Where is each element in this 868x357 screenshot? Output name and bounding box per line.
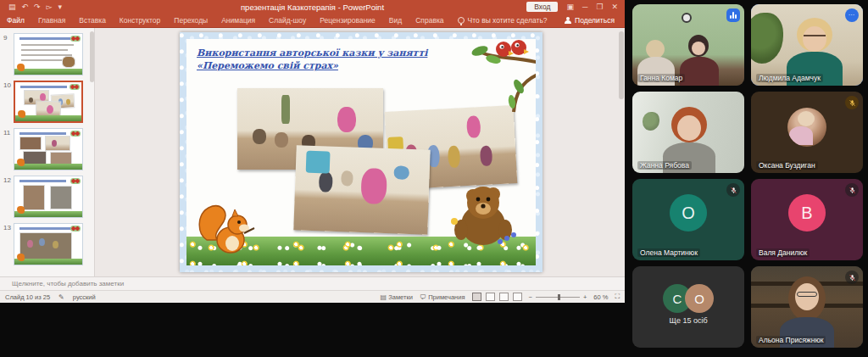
participant-tile-oksana-buzdyhan[interactable]: Оксана Буздиган [751,92,863,173]
title-bar: ▤ ↶ ↷ ▻ ▾ презентація Казкотерапія - Pow… [0,0,625,14]
tell-me-box[interactable]: Что вы хотите сделать? [451,16,554,25]
ribbon-tab-bar: Файл Главная Вставка Конструктор Переход… [0,14,625,28]
zoom-out-icon[interactable]: − [529,293,532,301]
wall-clock [682,13,692,23]
tab-home[interactable]: Главная [31,14,72,28]
thumbnail-scrollbar[interactable] [90,31,94,82]
status-bar: Слайд 10 из 25 ✎ русский ▤ Заметки 🗩 При… [0,290,625,303]
avatar [787,108,826,147]
participant-tile-alona-prysiazhniuk[interactable]: Альона Присяжнюк [751,266,863,348]
slide-thumbnail-pane: 9 10 [0,28,95,276]
restore-button[interactable]: ❐ [596,3,603,11]
participant-tile-liudmyla-adamchuk[interactable]: … Людмила Адамчук [751,4,863,86]
slide-thumbnail-13[interactable] [14,223,83,265]
slide-sorter-icon[interactable] [486,293,495,301]
zoom-level[interactable]: 60 % [593,293,608,301]
avatar-initial: О [670,194,707,231]
thumb-number: 12 [2,176,14,218]
birds-on-branch-icon [437,39,536,115]
slide-title: Використання авторської казки у занятті … [197,47,451,73]
tab-animations[interactable]: Анимация [214,14,262,28]
overflow-tile-more-people[interactable]: С О Ще 15 осіб [632,266,744,348]
notes-placeholder: Щелкните, чтобы добавить заметки [12,280,124,287]
lightbulb-icon [458,17,465,24]
plant [751,13,783,64]
undo-icon[interactable]: ↶ [22,0,29,14]
overflow-avatars: С О [663,284,714,313]
participant-name: Людмила Адамчук [756,74,823,82]
thumb-number: 10 [2,81,14,123]
tab-slideshow[interactable]: Слайд-шоу [262,14,313,28]
tab-design[interactable]: Конструктор [113,14,167,28]
tab-view[interactable]: Вид [382,14,409,28]
editor-scrollbar[interactable] [619,31,624,99]
language-status[interactable]: русский [73,293,96,301]
zoom-meeting-window: ▤ ↶ ↷ ▻ ▾ презентація Казкотерапія - Pow… [0,0,868,357]
participants-panel: Ганна Комар … Людмила Адамчук Жанна Рябо… [627,0,868,357]
mic-muted-icon [845,96,859,109]
normal-view-icon[interactable] [472,293,481,301]
more-people-label: Ще 15 осіб [632,316,744,325]
person-icon [564,17,571,25]
speaker-audio-icon [726,8,740,22]
participant-tile-olena-martyniuk[interactable]: О Олена Мартинюк [632,179,744,260]
minimize-button[interactable]: ─ [582,3,587,11]
thumb-number: 11 [2,128,14,170]
notes-icon: ▤ [380,293,388,301]
slide-thumbnail-11[interactable] [14,128,83,170]
participant-name: Альона Присяжнюк [756,336,826,344]
notes-toggle[interactable]: ▤ Заметки [380,293,412,301]
save-icon[interactable]: ▤ [8,0,16,14]
share-button[interactable]: Поделиться [564,16,625,25]
participant-tile-hanna-komar[interactable]: Ганна Комар [632,4,744,86]
participant-name: Валя Данилюк [756,248,810,257]
participant-name: Жанна Рябова [637,161,692,170]
reading-view-icon[interactable] [499,293,509,301]
participant-tile-zhanna-riabova[interactable]: Жанна Рябова [632,92,744,173]
slide-thumbnail-9[interactable] [14,33,83,75]
proofing-icon[interactable]: ✎ [58,293,64,301]
comments-icon: 🗩 [420,293,428,301]
bear-cartoon-icon [448,181,520,250]
avatar-initial: О [685,284,714,313]
participant-name: Олена Мартинюк [637,248,700,257]
tab-help[interactable]: Справка [409,14,450,28]
tab-file[interactable]: Файл [0,14,31,28]
fit-to-window-icon[interactable]: ⛶ [615,293,620,301]
slideshow-icon[interactable] [513,293,522,301]
quick-access-toolbar: ▤ ↶ ↷ ▻ ▾ [0,0,62,14]
mic-muted-icon [845,271,859,284]
zoom-slider[interactable]: − + [529,293,587,301]
close-button[interactable]: ✕ [611,3,618,11]
powerpoint-window: ▤ ↶ ↷ ▻ ▾ презентація Казкотерапія - Pow… [0,0,625,303]
thumb-number: 13 [2,223,14,265]
zoom-in-icon[interactable]: + [583,293,587,301]
more-options-icon[interactable]: … [845,8,859,22]
signin-button[interactable]: Вход [526,2,558,12]
tab-review[interactable]: Рецензирование [313,14,382,28]
tab-insert[interactable]: Вставка [72,14,113,28]
start-slideshow-icon[interactable]: ▻ [47,0,53,14]
mic-muted-icon [726,183,740,197]
classroom-photo-3 [293,145,430,234]
avatar-initial: В [788,194,826,231]
current-slide[interactable]: Використання авторської казки у занятті … [180,32,542,272]
participant-name: Оксана Буздиган [756,161,818,170]
redo-icon[interactable]: ↷ [34,0,41,14]
slide-number-status[interactable]: Слайд 10 из 25 [5,293,50,301]
thumb-number: 9 [2,33,14,75]
slide-thumbnail-10-selected[interactable] [14,81,83,123]
zoom-slider-thumb[interactable] [558,294,560,300]
notes-pane[interactable]: Щелкните, чтобы добавить заметки [0,276,625,290]
comments-toggle[interactable]: 🗩 Примечания [420,293,465,301]
slide-editor-area: Використання авторської казки у занятті … [95,28,625,276]
participant-tile-valia-danyliuk[interactable]: В Валя Данилюк [751,179,863,260]
mic-muted-icon [845,183,859,197]
customize-qat-arrow-icon[interactable]: ▾ [58,0,63,14]
ribbon-display-options-icon[interactable]: ▣ [566,3,574,11]
tab-transitions[interactable]: Переходы [167,14,214,28]
squirrel-cartoon-icon [195,196,258,259]
participant-name: Ганна Комар [637,74,685,82]
slide-thumbnail-12[interactable] [14,176,83,218]
